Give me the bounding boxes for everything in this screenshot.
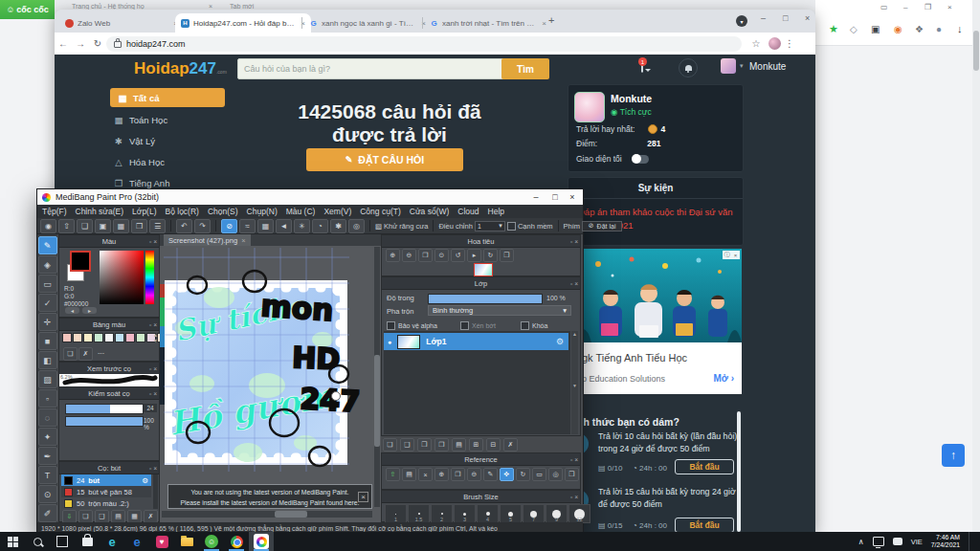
brush-opacity-slider[interactable] bbox=[65, 416, 144, 427]
rotate-left-button[interactable]: ↺ bbox=[451, 249, 465, 262]
taskbar-clock[interactable]: 7:46 AM 7/24/2021 bbox=[931, 534, 960, 549]
edge-legacy-button[interactable]: e bbox=[124, 532, 149, 551]
window-layout-button[interactable]: ❒ bbox=[131, 219, 147, 233]
pink-app-button[interactable]: ♥ bbox=[149, 532, 174, 551]
tab-hoidap247[interactable]: H Hoidap247.com - Hỏi đáp bài tậ × bbox=[175, 13, 311, 33]
user-avatar[interactable] bbox=[721, 58, 736, 74]
popout-icon[interactable]: ▫ bbox=[570, 238, 572, 245]
close-icon[interactable]: × bbox=[153, 365, 157, 372]
menu-help[interactable]: Help bbox=[488, 207, 504, 216]
back-icon[interactable]: ← bbox=[55, 38, 72, 49]
eyedropper-tool[interactable]: ✐ bbox=[38, 504, 57, 522]
snap-curve-button[interactable]: ✱ bbox=[330, 219, 346, 233]
brush-item-blend[interactable]: 50 trộn màu .2:) bbox=[61, 497, 151, 509]
wand-tool[interactable]: ✓ bbox=[38, 294, 57, 312]
menu-tools[interactable]: Công cụ(T) bbox=[360, 207, 401, 216]
popout-icon[interactable]: ▫ bbox=[149, 365, 151, 372]
brush-size-slider[interactable] bbox=[65, 404, 144, 414]
ref-import-button[interactable]: ⇧ bbox=[386, 468, 400, 481]
brush-size-option[interactable]: 7 bbox=[523, 504, 545, 523]
download-manager-icon[interactable]: ▣ bbox=[871, 24, 880, 34]
bucket-tool[interactable]: ◧ bbox=[38, 351, 57, 369]
layer-down-button[interactable]: ⊟ bbox=[486, 438, 501, 452]
menu-filter[interactable]: Bộ lọc(R) bbox=[166, 207, 199, 216]
panel-list-button[interactable]: ☰ bbox=[149, 219, 166, 233]
tab-search-menu[interactable]: ▾ bbox=[736, 15, 747, 27]
close-icon[interactable]: × bbox=[947, 3, 952, 11]
ad-close-icon[interactable]: × bbox=[731, 251, 740, 259]
ref-open-button[interactable]: ▤ bbox=[402, 468, 416, 481]
palette-swatches[interactable] bbox=[62, 333, 167, 342]
new-layer-button[interactable]: ❏ bbox=[383, 438, 397, 452]
search-input[interactable] bbox=[237, 58, 507, 79]
minimize-icon[interactable]: – bbox=[903, 3, 907, 11]
copy-layer-button[interactable]: ❒ bbox=[417, 438, 432, 452]
antialias-label[interactable]: Khử răng cưa bbox=[384, 222, 428, 231]
edge-button[interactable]: e bbox=[100, 532, 124, 551]
minimize-icon[interactable]: – bbox=[527, 189, 545, 205]
globe-icon[interactable]: ● bbox=[936, 24, 942, 34]
sidebar-item-all[interactable]: ▦ Tất cả bbox=[110, 88, 225, 107]
tab-zalo-web[interactable]: Zalo Web × bbox=[59, 13, 184, 33]
menu-cloud[interactable]: Cloud bbox=[457, 207, 479, 216]
network-icon[interactable] bbox=[873, 537, 884, 546]
store-button[interactable] bbox=[75, 532, 100, 551]
undo-button[interactable]: ↶ bbox=[176, 219, 192, 233]
file-explorer-button[interactable] bbox=[174, 532, 199, 551]
saturation-square[interactable] bbox=[100, 251, 144, 304]
menu-select[interactable]: Chọn(S) bbox=[208, 207, 238, 216]
medibang-taskbar-button[interactable] bbox=[249, 532, 274, 551]
lock-checkbox[interactable]: Khóa bbox=[521, 321, 547, 330]
canvas-hscrollbar-thumb[interactable] bbox=[275, 511, 307, 518]
snap-ellipse-button[interactable]: ◎ bbox=[348, 219, 365, 233]
start-button[interactable] bbox=[0, 532, 25, 551]
close-icon[interactable]: × bbox=[574, 238, 578, 245]
gradient-tool[interactable]: ▨ bbox=[38, 370, 57, 388]
chrome-taskbar-button[interactable] bbox=[224, 532, 249, 551]
snap-radial-button[interactable]: ✳ bbox=[294, 219, 310, 233]
ad-cta-button[interactable]: Mở › bbox=[713, 373, 734, 384]
sidebar-item-math[interactable]: ▦ Toán Học bbox=[114, 110, 167, 129]
merge-layer-button[interactable]: ❐ bbox=[434, 438, 449, 452]
brush-size-option[interactable]: 1.5 bbox=[408, 504, 430, 523]
ref-capture-button[interactable]: ❒ bbox=[565, 468, 579, 481]
coccoc-bg-tab[interactable]: Trang chủ - Hệ thống họ bbox=[72, 3, 145, 10]
popout-icon[interactable]: ▫ bbox=[149, 238, 151, 245]
extension-puzzle-icon[interactable]: ❖ bbox=[915, 24, 924, 34]
sidebar-item-chemistry[interactable]: △ Hóa Học bbox=[114, 152, 165, 171]
layer-up-button[interactable]: ⊞ bbox=[469, 438, 483, 452]
close-icon[interactable]: × bbox=[358, 492, 368, 502]
brush-size-option[interactable]: 5 bbox=[500, 504, 522, 523]
minimize-icon[interactable]: – bbox=[761, 13, 766, 23]
task-view-button[interactable] bbox=[50, 532, 75, 551]
language-indicator[interactable]: VIE bbox=[911, 538, 923, 546]
close-icon[interactable]: × bbox=[153, 465, 157, 472]
canvas-hscrollbar[interactable] bbox=[162, 511, 372, 518]
duplicate-brush-button[interactable]: ❑ bbox=[95, 510, 109, 523]
menu-snap[interactable]: Chụp(N) bbox=[247, 207, 278, 216]
ref-rotate-button[interactable]: ↻ bbox=[516, 468, 530, 481]
redo-button[interactable]: ↷ bbox=[194, 219, 211, 233]
start-challenge-button-1[interactable]: Bắt đầu bbox=[675, 459, 734, 474]
shield-icon[interactable]: ◇ bbox=[850, 24, 858, 34]
coccoc-scrollbar[interactable] bbox=[972, 0, 980, 532]
search-button[interactable]: Tìm bbox=[501, 58, 549, 79]
tray-expand-icon[interactable]: ∧ bbox=[858, 538, 864, 546]
ref-hand-button[interactable]: ✜ bbox=[500, 468, 514, 481]
snap-off-button[interactable]: ⊘ bbox=[221, 219, 237, 233]
maximize-icon[interactable]: □ bbox=[546, 189, 564, 205]
save-button[interactable]: ▦ bbox=[113, 219, 129, 233]
foreground-color-swatch[interactable] bbox=[70, 251, 91, 272]
site-logo[interactable]: Hoidap247.com bbox=[134, 59, 227, 78]
ref-zoom-in-button[interactable]: ⊕ bbox=[434, 468, 449, 481]
cloud-save-button[interactable]: ◉ bbox=[40, 219, 56, 233]
snapshot-button[interactable]: ❒ bbox=[500, 249, 514, 262]
zoom-in-button[interactable]: ⊕ bbox=[386, 249, 400, 262]
bell-icon[interactable] bbox=[679, 58, 698, 77]
snap-parallel-button[interactable]: ≈ bbox=[239, 219, 256, 233]
forward-icon[interactable]: → bbox=[72, 38, 89, 49]
export-button[interactable]: ⇧ bbox=[58, 219, 75, 233]
ref-fit-button[interactable]: ❐ bbox=[451, 468, 465, 481]
delete-palette-button[interactable]: ✗ bbox=[78, 347, 93, 361]
brush-settings-button[interactable]: ▤ bbox=[111, 510, 125, 523]
